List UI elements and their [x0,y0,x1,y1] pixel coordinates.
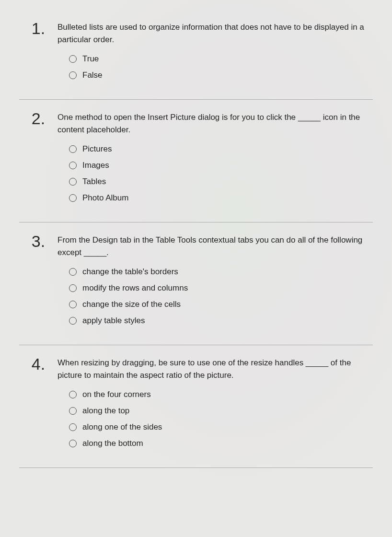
option-label: change the size of the cells [82,300,181,309]
question-number: 2. [19,108,58,210]
question-4: 4. When resizing by dragging, be sure to… [19,345,373,468]
radio-icon [69,268,77,276]
option-along-bottom[interactable]: along the bottom [69,439,373,448]
radio-icon [69,71,77,79]
radio-icon [69,145,77,153]
option-label: on the four corners [82,390,151,399]
option-label: Photo Album [82,193,128,203]
radio-icon [69,317,77,325]
option-tables[interactable]: Tables [69,177,373,187]
question-number: 4. [19,354,58,455]
option-rows-columns[interactable]: modify the rows and columns [69,283,373,293]
radio-icon [69,55,77,63]
question-body: From the Design tab in the Table Tools c… [58,231,373,332]
options-group: Pictures Images Tables Photo Album [58,144,373,203]
question-body: One method to open the Insert Picture di… [58,108,373,210]
option-along-top[interactable]: along the top [69,406,373,416]
option-table-styles[interactable]: apply table styles [69,316,373,326]
option-label: modify the rows and columns [82,283,188,293]
radio-icon [69,178,77,186]
option-borders[interactable]: change the table's borders [69,267,373,277]
option-label: along the top [82,406,129,416]
question-prompt: One method to open the Insert Picture di… [58,111,373,136]
question-prompt: Bulleted lists are used to organize info… [58,21,373,46]
question-number: 1. [19,18,58,87]
option-true[interactable]: True [69,54,373,64]
radio-icon [69,301,77,308]
option-label: Images [82,161,109,170]
radio-icon [69,407,77,415]
option-label: along one of the sides [82,422,162,432]
option-label: Pictures [82,144,112,154]
option-images[interactable]: Images [69,161,373,170]
radio-icon [69,391,77,398]
options-group: change the table's borders modify the ro… [58,267,373,326]
option-label: False [82,70,103,80]
option-four-corners[interactable]: on the four corners [69,390,373,399]
option-label: Tables [82,177,106,187]
question-2: 2. One method to open the Insert Picture… [19,100,373,222]
question-body: Bulleted lists are used to organize info… [58,18,373,87]
options-group: on the four corners along the top along … [58,390,373,448]
radio-icon [69,162,77,169]
options-group: True False [58,54,373,80]
option-label: apply table styles [82,316,145,326]
option-label: True [82,54,99,64]
option-label: along the bottom [82,439,143,448]
question-prompt: From the Design tab in the Table Tools c… [58,234,373,258]
option-along-sides[interactable]: along one of the sides [69,422,373,432]
radio-icon [69,284,77,292]
question-body: When resizing by dragging, be sure to us… [58,354,373,455]
question-3: 3. From the Design tab in the Table Tool… [19,222,373,345]
radio-icon [69,194,77,202]
question-number: 3. [19,231,58,332]
question-1: 1. Bulleted lists are used to organize i… [19,10,373,100]
option-label: change the table's borders [82,267,178,277]
radio-icon [69,440,77,447]
option-pictures[interactable]: Pictures [69,144,373,154]
option-false[interactable]: False [69,70,373,80]
option-cell-size[interactable]: change the size of the cells [69,300,373,309]
question-prompt: When resizing by dragging, be sure to us… [58,357,373,381]
option-photo-album[interactable]: Photo Album [69,193,373,203]
radio-icon [69,423,77,431]
